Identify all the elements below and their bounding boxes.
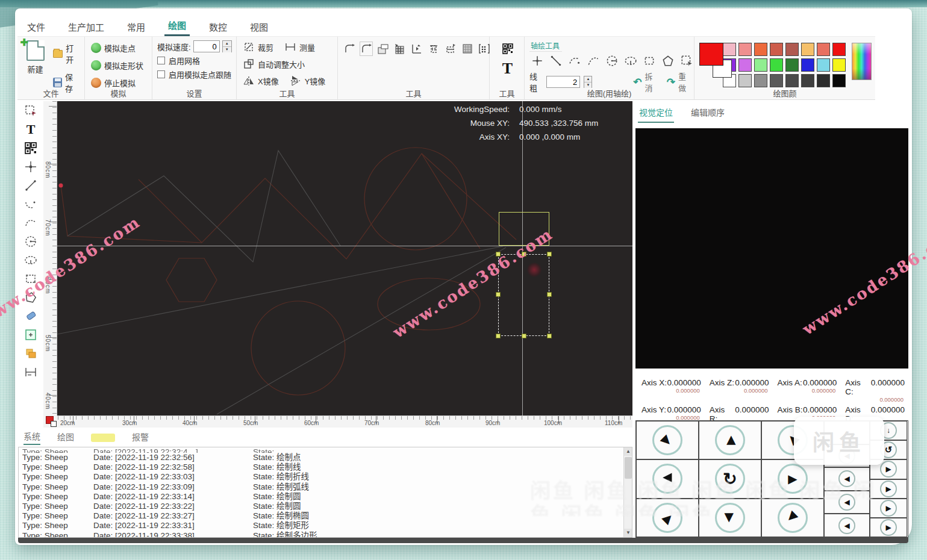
- save-icon: [53, 78, 62, 87]
- jog-aux-left-button[interactable]: ◀: [824, 514, 870, 537]
- draw-arc-tool[interactable]: [568, 54, 581, 67]
- log-tab-alarm[interactable]: 报警: [132, 431, 149, 444]
- grid-fill-icon[interactable]: [461, 42, 474, 56]
- color-swatch[interactable]: [801, 58, 814, 72]
- menu-production[interactable]: 生产加工: [64, 19, 108, 35]
- jog-southeast-button[interactable]: ▶: [636, 421, 699, 459]
- draw-line-tool[interactable]: [549, 54, 563, 67]
- color-swatch[interactable]: [785, 74, 799, 87]
- enable-follow-checkbox[interactable]: 启用模拟走点跟随: [157, 69, 233, 80]
- log-tab-system[interactable]: 系统: [23, 430, 40, 445]
- draw-curve-tool[interactable]: [587, 54, 600, 67]
- color-swatch[interactable]: [723, 43, 736, 56]
- grid-adjust-icon[interactable]: [444, 42, 457, 56]
- color-swatch[interactable]: [785, 43, 799, 56]
- arc-tool[interactable]: [23, 197, 39, 211]
- point-tool[interactable]: [23, 160, 39, 174]
- menu-cnc[interactable]: 数控: [205, 19, 231, 35]
- draw-point-tool[interactable]: [531, 54, 544, 67]
- line-width-input[interactable]: [546, 76, 580, 88]
- color-swatch[interactable]: [817, 74, 830, 87]
- qr-code-button[interactable]: [501, 42, 515, 56]
- circle-tool[interactable]: [23, 234, 39, 249]
- color-swatch[interactable]: [770, 74, 783, 87]
- log-tab-highlighted[interactable]: [91, 434, 115, 442]
- mirror-x-button[interactable]: X镜像: [242, 74, 280, 87]
- qr-code-tool[interactable]: [23, 141, 39, 155]
- color-swatch[interactable]: [785, 58, 799, 72]
- selection-handle[interactable]: [547, 252, 552, 257]
- color-swatch[interactable]: [754, 74, 767, 87]
- crop-button[interactable]: 裁剪: [242, 40, 275, 54]
- scroll-down-icon[interactable]: ▼: [624, 529, 632, 537]
- color-swatch[interactable]: [832, 74, 846, 87]
- tab-edit-order[interactable]: 编辑顺序: [690, 104, 726, 123]
- ribbon-group-tools2: 工具: [338, 37, 490, 99]
- color-swatch[interactable]: [770, 43, 783, 56]
- dot-matrix-icon[interactable]: [478, 42, 491, 56]
- selection-handle[interactable]: [547, 334, 552, 338]
- color-swatch[interactable]: [754, 58, 767, 72]
- menu-file[interactable]: 文件: [23, 19, 49, 35]
- color-swatch[interactable]: [817, 58, 830, 72]
- rainbow-color-picker[interactable]: [852, 43, 872, 80]
- sim-speed-spinner[interactable]: ▲▼: [222, 40, 232, 52]
- color-swatch[interactable]: [832, 58, 846, 72]
- color-swatch[interactable]: [738, 74, 752, 87]
- screen: 文件 生产加工 常用 绘图 数控 视图 新建 打开 保存 另存: [0, 0, 927, 560]
- scroll-up-icon[interactable]: ▲: [624, 447, 632, 456]
- jog-up-button[interactable]: ▶: [699, 421, 761, 459]
- menu-view[interactable]: 视图: [246, 19, 272, 35]
- current-color-widget[interactable]: [699, 43, 717, 80]
- line-tool[interactable]: [23, 178, 39, 193]
- jog-axis-right-button[interactable]: ▶: [870, 518, 907, 537]
- draw-ellipse-tool[interactable]: [624, 54, 637, 67]
- fillet-tool-icon[interactable]: [343, 42, 356, 56]
- mirror-y-button[interactable]: Y镜像: [289, 74, 327, 87]
- color-swatch[interactable]: [770, 58, 783, 72]
- log-tab-draw[interactable]: 绘图: [57, 431, 74, 444]
- color-swatch[interactable]: [832, 43, 846, 56]
- sim-speed-input[interactable]: [193, 40, 220, 52]
- text-tool-button[interactable]: T: [502, 61, 513, 76]
- menu-draw[interactable]: 绘图: [164, 17, 190, 36]
- auto-resize-button[interactable]: 自动调整大小: [242, 57, 334, 70]
- ellipse-tool[interactable]: [23, 253, 39, 267]
- draw-circle-tool[interactable]: [605, 54, 619, 67]
- fillet-tool-2-icon[interactable]: [360, 42, 373, 56]
- color-swatch[interactable]: [801, 74, 814, 87]
- nudge-tool-icon[interactable]: [410, 42, 423, 56]
- select-tool[interactable]: [680, 54, 693, 67]
- drawing-canvas[interactable]: WorkingSpeed:0.000 mm/s Mouse XY:490.533…: [57, 101, 632, 415]
- array-grid-icon[interactable]: [393, 42, 407, 56]
- selection-handle[interactable]: [496, 292, 501, 297]
- select-tool[interactable]: [23, 104, 39, 118]
- enable-grid-checkbox[interactable]: 启用网格: [157, 55, 233, 66]
- scroll-thumb[interactable]: [625, 457, 632, 479]
- curve-tool[interactable]: [23, 216, 39, 230]
- tab-vision-positioning[interactable]: 视觉定位: [638, 104, 674, 123]
- sim-run-points-button[interactable]: 模拟走点: [90, 42, 148, 54]
- selection-handle[interactable]: [547, 292, 552, 297]
- insert-frame-tool[interactable]: [23, 328, 39, 342]
- color-swatch[interactable]: [738, 58, 752, 72]
- color-swatch[interactable]: [801, 43, 814, 56]
- measure-tool[interactable]: [23, 365, 39, 379]
- delete-array-icon[interactable]: [427, 42, 440, 56]
- selection-handle[interactable]: [496, 334, 501, 338]
- measure-button[interactable]: 测量: [283, 40, 316, 54]
- array-rect-icon[interactable]: [376, 42, 390, 56]
- draw-polygon-tool[interactable]: [661, 54, 675, 67]
- text-tool[interactable]: T: [23, 122, 39, 137]
- copy-layer-tool[interactable]: [23, 346, 39, 361]
- color-swatch[interactable]: [754, 43, 767, 56]
- draw-rect-tool[interactable]: [643, 54, 656, 67]
- line-width-spinner[interactable]: ▲▼: [584, 76, 592, 88]
- selection-handle[interactable]: [522, 334, 526, 338]
- sim-run-shapes-button[interactable]: 模拟走形状: [90, 59, 148, 72]
- menu-common[interactable]: 常用: [123, 19, 149, 35]
- eraser-tool[interactable]: [23, 309, 39, 323]
- open-button[interactable]: 打开: [52, 42, 81, 66]
- color-swatch[interactable]: [817, 43, 830, 56]
- color-swatch[interactable]: [738, 43, 752, 56]
